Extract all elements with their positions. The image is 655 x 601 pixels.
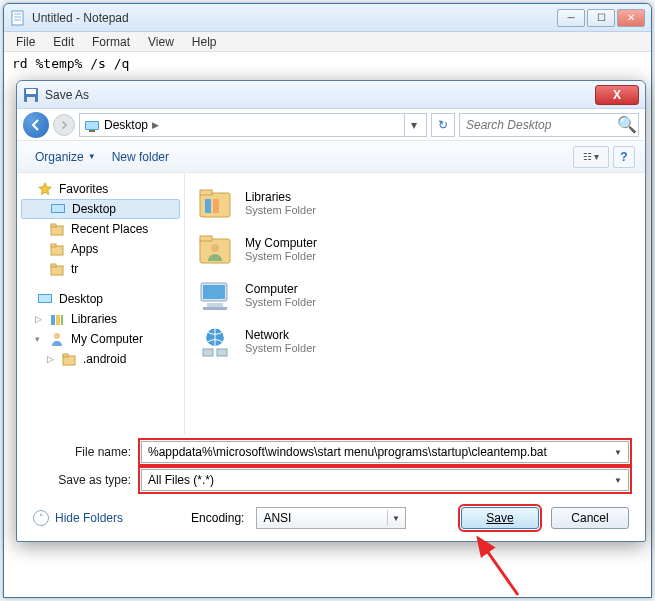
save-button[interactable]: Save bbox=[461, 507, 539, 529]
folder-icon bbox=[49, 241, 65, 257]
close-button[interactable]: ✕ bbox=[617, 9, 645, 27]
sidebar-item-desktop[interactable]: Desktop bbox=[21, 199, 180, 219]
minimize-button[interactable]: ─ bbox=[557, 9, 585, 27]
address-bar[interactable]: Desktop ▶ ▾ bbox=[79, 113, 427, 137]
saveas-title: Save As bbox=[45, 88, 595, 102]
svg-rect-6 bbox=[27, 97, 35, 102]
user-icon bbox=[49, 331, 65, 347]
help-button[interactable]: ? bbox=[613, 146, 635, 168]
list-item-computer[interactable]: ComputerSystem Folder bbox=[193, 273, 637, 317]
sidebar-item-tr[interactable]: tr bbox=[21, 259, 180, 279]
sidebar-favorites-header[interactable]: Favorites bbox=[21, 179, 180, 199]
organize-button[interactable]: Organize▼ bbox=[27, 146, 104, 168]
svg-rect-39 bbox=[217, 349, 227, 356]
nav-forward-button[interactable] bbox=[53, 114, 75, 136]
svg-rect-36 bbox=[203, 307, 227, 310]
chevron-down-icon[interactable]: ▼ bbox=[387, 510, 403, 526]
recent-icon bbox=[49, 221, 65, 237]
filename-label: File name: bbox=[33, 445, 141, 459]
saveas-titlebar[interactable]: Save As X bbox=[17, 81, 645, 109]
svg-rect-34 bbox=[203, 285, 225, 299]
svg-rect-8 bbox=[86, 122, 98, 129]
svg-rect-29 bbox=[213, 199, 219, 213]
svg-rect-5 bbox=[26, 89, 36, 94]
menu-format[interactable]: Format bbox=[84, 33, 138, 51]
svg-rect-31 bbox=[200, 236, 212, 241]
svg-rect-27 bbox=[200, 190, 212, 195]
menu-help[interactable]: Help bbox=[184, 33, 225, 51]
refresh-button[interactable]: ↻ bbox=[431, 113, 455, 137]
menu-view[interactable]: View bbox=[140, 33, 182, 51]
folder-icon bbox=[49, 261, 65, 277]
search-icon: 🔍 bbox=[617, 115, 637, 134]
collapse-icon[interactable]: ▾ bbox=[35, 334, 40, 344]
computer-icon bbox=[195, 275, 235, 315]
svg-rect-22 bbox=[61, 315, 63, 325]
svg-rect-11 bbox=[52, 205, 64, 212]
saveas-toolbar: Organize▼ New folder ☷ ▾ ? bbox=[17, 141, 645, 173]
svg-rect-17 bbox=[51, 264, 56, 267]
svg-rect-21 bbox=[56, 315, 60, 325]
svg-rect-20 bbox=[51, 315, 55, 325]
chevron-right-icon[interactable]: ▶ bbox=[148, 120, 163, 130]
saveas-fields: File name: %appdata%\microsoft\windows\s… bbox=[17, 435, 645, 499]
savetype-select[interactable]: All Files (*.*) ▼ bbox=[141, 469, 629, 491]
saveas-close-button[interactable]: X bbox=[595, 85, 639, 105]
file-list[interactable]: LibrariesSystem Folder My ComputerSystem… bbox=[185, 173, 645, 435]
notepad-textarea[interactable]: rd %temp% /s /q bbox=[4, 52, 651, 75]
sidebar-item-apps[interactable]: Apps bbox=[21, 239, 180, 259]
svg-rect-9 bbox=[89, 130, 95, 132]
hide-folders-button[interactable]: ˄ Hide Folders bbox=[33, 510, 123, 526]
list-item-libraries[interactable]: LibrariesSystem Folder bbox=[193, 181, 637, 225]
search-box[interactable]: 🔍 bbox=[459, 113, 639, 137]
filename-input[interactable]: %appdata%\microsoft\windows\start menu\p… bbox=[141, 441, 629, 463]
address-dropdown[interactable]: ▾ bbox=[404, 114, 422, 136]
svg-point-32 bbox=[211, 244, 219, 252]
menu-file[interactable]: File bbox=[8, 33, 43, 51]
expand-icon[interactable]: ▷ bbox=[35, 314, 42, 324]
sidebar-item-recent-places[interactable]: Recent Places bbox=[21, 219, 180, 239]
list-item-mycomputer[interactable]: My ComputerSystem Folder bbox=[193, 227, 637, 271]
svg-point-23 bbox=[54, 333, 60, 339]
svg-rect-0 bbox=[12, 11, 23, 25]
notepad-title: Untitled - Notepad bbox=[32, 11, 557, 25]
svg-rect-25 bbox=[63, 354, 68, 357]
nav-back-button[interactable] bbox=[23, 112, 49, 138]
new-folder-button[interactable]: New folder bbox=[104, 146, 177, 168]
search-input[interactable] bbox=[466, 118, 617, 132]
notepad-menubar: File Edit Format View Help bbox=[4, 32, 651, 52]
sidebar[interactable]: Favorites Desktop Recent Places Apps tr bbox=[17, 173, 185, 435]
notepad-titlebar[interactable]: Untitled - Notepad ─ ☐ ✕ bbox=[4, 4, 651, 32]
chevron-down-icon[interactable]: ▼ bbox=[610, 444, 626, 460]
expand-icon[interactable]: ▷ bbox=[47, 354, 54, 364]
user-folder-icon bbox=[195, 229, 235, 269]
sidebar-desktop-header[interactable]: Desktop bbox=[21, 289, 180, 309]
saveas-navbar: Desktop ▶ ▾ ↻ 🔍 bbox=[17, 109, 645, 141]
libraries-icon bbox=[49, 311, 65, 327]
chevron-up-icon: ˄ bbox=[33, 510, 49, 526]
saveas-bottom-bar: ˄ Hide Folders Encoding: ANSI ▼ Save Can… bbox=[17, 499, 645, 541]
sidebar-item-libraries[interactable]: ▷ Libraries bbox=[21, 309, 180, 329]
desktop-icon bbox=[50, 201, 66, 217]
encoding-label: Encoding: bbox=[191, 511, 244, 525]
cancel-button[interactable]: Cancel bbox=[551, 507, 629, 529]
libraries-icon bbox=[195, 183, 235, 223]
address-location: Desktop bbox=[104, 118, 148, 132]
star-icon bbox=[37, 181, 53, 197]
list-item-network[interactable]: NetworkSystem Folder bbox=[193, 319, 637, 363]
svg-rect-15 bbox=[51, 244, 56, 247]
svg-rect-38 bbox=[203, 349, 213, 356]
view-button[interactable]: ☷ ▾ bbox=[573, 146, 609, 168]
svg-rect-13 bbox=[51, 224, 56, 227]
sidebar-item-android[interactable]: ▷ .android bbox=[21, 349, 180, 369]
sidebar-item-mycomputer[interactable]: ▾ My Computer bbox=[21, 329, 180, 349]
svg-rect-19 bbox=[39, 295, 51, 302]
maximize-button[interactable]: ☐ bbox=[587, 9, 615, 27]
network-icon bbox=[195, 321, 235, 361]
desktop-icon bbox=[37, 291, 53, 307]
encoding-select[interactable]: ANSI ▼ bbox=[256, 507, 406, 529]
chevron-down-icon[interactable]: ▼ bbox=[610, 472, 626, 488]
saveas-icon bbox=[23, 87, 39, 103]
menu-edit[interactable]: Edit bbox=[45, 33, 82, 51]
svg-rect-35 bbox=[207, 303, 223, 307]
